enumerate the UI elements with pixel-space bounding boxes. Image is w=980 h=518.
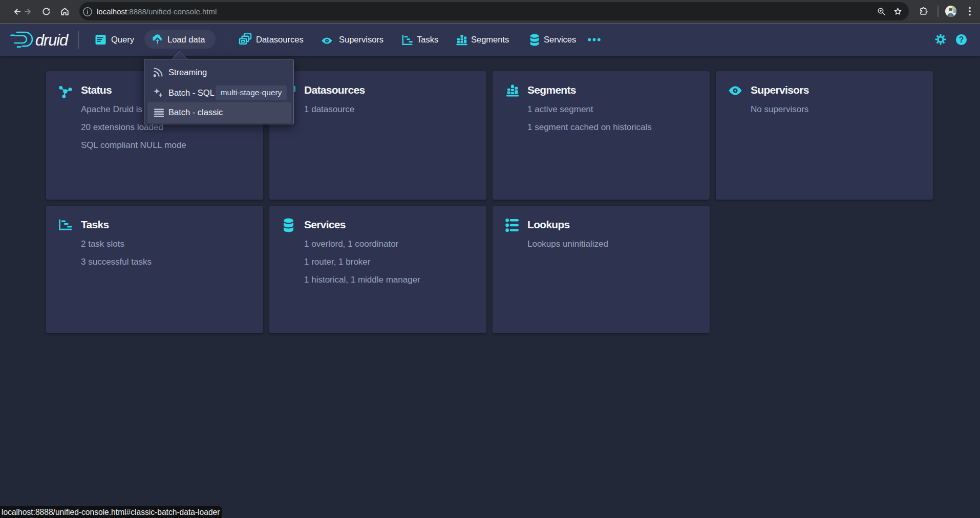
- svg-text:?: ?: [959, 35, 964, 44]
